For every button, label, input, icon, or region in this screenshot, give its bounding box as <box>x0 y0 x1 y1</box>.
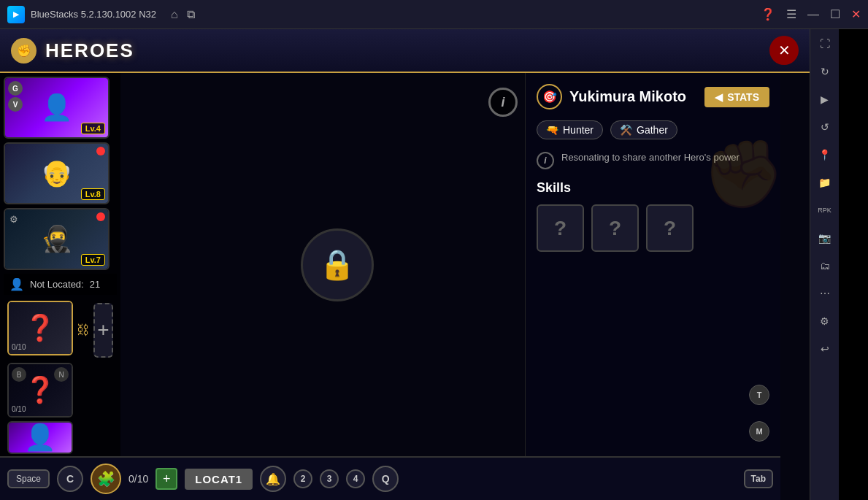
sidebar-fullscreen-icon[interactable]: ⛶ <box>814 33 836 55</box>
hero-portrait-4: 👤 <box>9 423 72 453</box>
t-badge: T <box>749 385 769 405</box>
info-text: Resonating to share another Hero's power <box>561 152 740 163</box>
maximize-button[interactable]: ☐ <box>830 7 840 21</box>
menu-icon[interactable]: ☰ <box>786 7 796 21</box>
gather-icon: ⚒️ <box>620 124 632 136</box>
hero-level-1: Lv.4 <box>81 123 105 134</box>
hero-list: 👤 G V Lv.4 👴 Lv.8 🥷 Lv.7 ⚙ 👤 Not <box>0 73 120 456</box>
sidebar-files-icon[interactable]: 🗂 <box>814 255 836 277</box>
heroes-close-button[interactable]: ✕ <box>769 36 799 65</box>
question-hero-card-2[interactable]: ❓ 0/10 B N <box>7 363 73 418</box>
skill-slot-1[interactable]: ? <box>537 204 584 252</box>
hero-notification-2 <box>96 147 105 155</box>
sidebar-folder-icon[interactable]: 📁 <box>814 172 836 193</box>
pages-icon[interactable]: ⧉ <box>187 8 195 21</box>
sidebar-settings-icon[interactable]: ⚙ <box>814 310 836 332</box>
bluestacks-sidebar: ⛶ ↻ ▶ ↺ 📍 📁 RPK 📷 🗂 ⋯ ⚙ ↩ <box>810 29 839 500</box>
question-hero-card[interactable]: ❓ 0/10 <box>7 301 73 355</box>
heroes-icon: ✊ <box>11 38 37 64</box>
badge-3[interactable]: 3 <box>320 469 339 488</box>
not-located-icon: 👤 <box>9 277 24 291</box>
bluestacks-title: BlueStacks 5.2.130.1002 N32 <box>31 9 156 20</box>
sidebar-back-icon[interactable]: ↩ <box>814 338 836 360</box>
bottom-bar: Space C 🧩 0/10 + LOCAT1 🔔 2 3 4 Q Tab <box>0 456 780 500</box>
hero-name: Yukimura Mikoto <box>569 88 697 105</box>
not-located-row: 👤 Not Located: 21 <box>4 274 117 295</box>
right-panel: 🎯 Yukimura Mikoto ◀ STATS 🔫 Hunter ⚒️ Ga… <box>525 73 780 456</box>
sidebar-more-icon[interactable]: ⋯ <box>814 282 836 304</box>
n-badge: N <box>54 367 69 382</box>
bluestacks-nav-icons: ⌂ ⧉ <box>171 8 195 21</box>
question-hero-counter: 0/10 <box>12 343 26 351</box>
tags-row: 🔫 Hunter ⚒️ Gather <box>537 120 769 139</box>
center-area: i 🔒 <box>120 73 554 456</box>
question-hero-counter-2: 0/10 <box>12 405 26 413</box>
gear-icon: ⚙ <box>9 214 18 225</box>
game-content: ✊ HEROES ✕ 👤 G V Lv.4 👴 Lv.8 🥷 <box>0 29 810 500</box>
m-badge: M <box>749 421 769 442</box>
sidebar-play-icon[interactable]: ▶ <box>814 88 836 110</box>
lock-container: 🔒 <box>301 228 374 301</box>
plus-button[interactable]: + <box>155 468 177 490</box>
progress-text: 0/10 <box>128 473 148 485</box>
hero-notification-3 <box>96 212 105 221</box>
info-icon: i <box>537 152 554 169</box>
skill-slot-2[interactable]: ? <box>591 204 639 252</box>
tag-hunter[interactable]: 🔫 Hunter <box>537 120 603 139</box>
close-button[interactable]: ✕ <box>851 7 861 21</box>
sidebar-rpk-icon[interactable]: RPK <box>814 199 836 221</box>
chains-row: ❓ 0/10 ⛓ + <box>4 297 117 363</box>
stats-button[interactable]: ◀ STATS <box>704 87 769 107</box>
tab-button[interactable]: Tab <box>744 469 773 488</box>
locate-label: LOCAT <box>195 473 236 485</box>
window-controls: ❓ ☰ — ☐ ✕ <box>761 7 861 21</box>
hero-name-row: 🎯 Yukimura Mikoto ◀ STATS <box>537 84 769 109</box>
sidebar-camera-icon[interactable]: 📷 <box>814 227 836 249</box>
not-located-count: 21 <box>90 279 100 290</box>
skills-row: ? ? ? <box>537 204 769 252</box>
space-button[interactable]: Space <box>7 469 50 488</box>
heroes-header: ✊ HEROES ✕ <box>0 29 810 73</box>
sidebar-refresh-icon[interactable]: ↺ <box>814 116 836 138</box>
badge-2[interactable]: 2 <box>293 469 312 488</box>
g-badge: G <box>8 81 23 96</box>
skills-section: Skills ? ? ? <box>537 180 769 252</box>
help-icon[interactable]: ❓ <box>761 7 775 21</box>
hero-card-2[interactable]: 👴 Lv.8 <box>4 142 110 204</box>
gather-label: Gather <box>637 124 668 136</box>
puzzle-button[interactable]: 🧩 <box>91 464 121 494</box>
badge-4[interactable]: 4 <box>346 469 365 488</box>
bell-button[interactable]: 🔔 <box>260 466 286 492</box>
hero-card-3[interactable]: 🥷 Lv.7 ⚙ <box>4 208 110 270</box>
home-icon[interactable]: ⌂ <box>171 8 178 21</box>
add-hero-button[interactable]: + <box>93 303 113 358</box>
target-icon: 🎯 <box>537 84 562 109</box>
lock-icon: 🔒 <box>319 247 356 282</box>
hunter-icon: 🔫 <box>546 124 558 136</box>
heroes-title: HEROES <box>45 39 134 62</box>
bluestacks-titlebar: ▶ BlueStacks 5.2.130.1002 N32 ⌂ ⧉ ❓ ☰ — … <box>0 0 868 29</box>
info-content: Resonating to share another Hero's power… <box>561 150 769 165</box>
hunter-label: Hunter <box>563 124 594 136</box>
chain-icon-1: ⛓ <box>77 323 90 338</box>
skill-slot-3[interactable]: ? <box>646 204 694 252</box>
skills-title: Skills <box>537 180 769 196</box>
stats-label: STATS <box>727 91 759 103</box>
bluestacks-logo: ▶ <box>7 6 25 23</box>
minimize-button[interactable]: — <box>807 8 819 21</box>
not-located-label: Not Located: <box>30 279 84 290</box>
hero-card-1[interactable]: 👤 G V Lv.4 <box>4 77 110 139</box>
locate-button[interactable]: LOCAT1 <box>185 469 253 490</box>
c-button[interactable]: C <box>57 466 83 492</box>
game-area: ✊ HEROES ✕ 👤 G V Lv.4 👴 Lv.8 🥷 <box>0 29 839 500</box>
center-info-button[interactable]: i <box>488 88 518 117</box>
sidebar-rotate-icon[interactable]: ↻ <box>814 61 836 82</box>
stats-arrow: ◀ <box>715 91 723 103</box>
info-row: i Resonating to share another Hero's pow… <box>537 150 769 169</box>
sidebar-location-icon[interactable]: 📍 <box>814 144 836 166</box>
q-button[interactable]: Q <box>372 466 399 492</box>
tag-gather[interactable]: ⚒️ Gather <box>610 120 677 139</box>
locate-number: 1 <box>236 473 242 485</box>
info-section: i Resonating to share another Hero's pow… <box>537 150 769 169</box>
hero-card-4[interactable]: 👤 <box>7 421 73 454</box>
